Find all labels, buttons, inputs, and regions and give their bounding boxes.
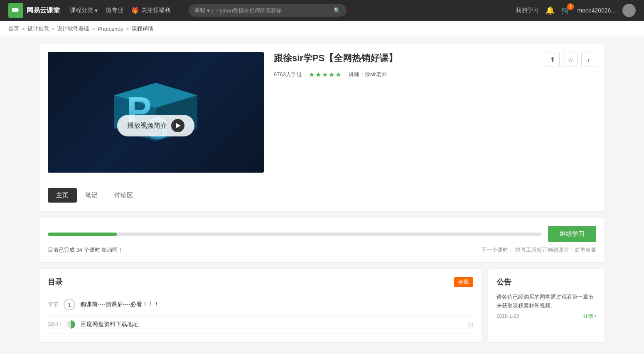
nav-item-courses[interactable]: 课程分类 ▾ xyxy=(70,7,98,14)
lower-section: 目录 连载 章节 1 购课前----购课后----必看！！！ 课时1 百度网盘资… xyxy=(39,269,605,342)
tab-home[interactable]: 主页 xyxy=(48,188,77,203)
ps-logo-svg: P S xyxy=(102,62,210,153)
announcement-section: 公告 请各位已经购买的同学通过观看第一章节来获取课程素材和视频。 2018-1-… xyxy=(488,269,605,342)
chapter-row: 章节 1 购课前----购课后----必看！！！ xyxy=(48,294,473,316)
breadcrumb-photoshop[interactable]: Photoshop xyxy=(98,26,123,32)
catalog-header: 目录 连载 xyxy=(48,277,473,287)
my-learning-link[interactable]: 我的学习 xyxy=(516,7,539,14)
breadcrumb-sep-2: > xyxy=(52,26,55,32)
rating-stars: ★★★★★ xyxy=(309,71,342,79)
play-button-text: 播放视频简介 xyxy=(127,121,167,130)
lesson-label: 课时1 xyxy=(48,321,61,328)
main-content: P S xyxy=(31,37,613,349)
search-icon[interactable]: 🔍 xyxy=(334,7,341,14)
favorite-button[interactable]: ☆ xyxy=(563,52,578,67)
breadcrumb-sep-1: > xyxy=(22,26,25,32)
course-card: P S xyxy=(39,44,605,211)
next-lesson-prefix: 下一个课时： xyxy=(481,247,514,253)
info-icon: i xyxy=(588,57,590,63)
chapter-label: 章节 xyxy=(48,301,59,308)
info-button[interactable]: i xyxy=(581,52,596,67)
play-triangle xyxy=(176,123,181,128)
announcement-date: 2018-1-25 xyxy=(497,313,519,319)
progress-section: 继续学习 目前已完成 34 个课时 加油啊！ 下一个课时： 拉直工具矫正倾斜照片… xyxy=(39,218,605,262)
tab-notes[interactable]: 笔记 xyxy=(77,188,106,203)
svg-marker-1 xyxy=(17,8,20,12)
next-lesson-link[interactable]: 拉直工具矫正倾斜照片：简单粗暴 xyxy=(515,247,596,253)
chapter-title: 购课前----购课后----必看！！！ xyxy=(80,301,160,308)
logo-icon xyxy=(8,3,23,18)
bookmark-icon[interactable]: ⊟ xyxy=(468,321,473,329)
announcement-text: 请各位已经购买的同学通过观看第一章节来获取课程素材和视频。 xyxy=(497,293,596,310)
lesson-progress-icon xyxy=(66,320,76,329)
catalog-section: 目录 连载 章节 1 购课前----购课后----必看！！！ 课时1 百度网盘资… xyxy=(39,269,482,342)
search-bar: 课程 ▾ | 🔍 xyxy=(189,4,347,17)
course-actions: ⬆ ☆ i xyxy=(545,52,596,67)
chevron-down-icon: ▾ xyxy=(95,7,98,14)
completed-count: 34 xyxy=(76,247,82,253)
play-circle-icon xyxy=(171,119,184,132)
course-info: ⬆ ☆ i 跟徐sir学PS【全网热销好课】 6763人学过 ★★★★★ 讲师：… xyxy=(274,52,596,173)
course-meta: 6763人学过 ★★★★★ 讲师：徐sir老师 xyxy=(274,71,596,79)
header: 网易云课堂 课程分类 ▾ 微专业 🎁 关注领福利 课程 ▾ | 🔍 我的学习 🔔… xyxy=(0,0,644,21)
lesson-title[interactable]: 百度网盘资料下载地址 xyxy=(81,321,463,328)
half-circle-icon xyxy=(67,320,75,329)
progress-status: 目前已完成 34 个课时 加油啊！ xyxy=(48,246,123,254)
avatar[interactable] xyxy=(622,4,636,17)
header-nav: 课程分类 ▾ 微专业 🎁 关注领福利 xyxy=(70,7,170,14)
search-input[interactable] xyxy=(216,7,330,14)
announcement-item: 请各位已经购买的同学通过观看第一章节来获取课程素材和视频。 2018-1-25 … xyxy=(497,293,596,325)
breadcrumb-home[interactable]: 首页 xyxy=(8,25,19,32)
header-right: 我的学习 🔔 🛒 1 mooc420026... xyxy=(516,4,636,17)
breadcrumb: 首页 > 设计创意 > 设计软件基础 > Photoshop > 课程详情 xyxy=(0,21,644,37)
progress-bar-fill xyxy=(48,233,117,236)
breadcrumb-sep-4: > xyxy=(126,26,129,32)
next-lesson: 下一个课时： 拉直工具矫正倾斜照片：简单粗暴 xyxy=(481,246,596,254)
nav-item-micro[interactable]: 微专业 xyxy=(106,7,123,14)
serial-badge: 连载 xyxy=(454,277,473,287)
progress-info: 目前已完成 34 个课时 加油啊！ 下一个课时： 拉直工具矫正倾斜照片：简单粗暴 xyxy=(48,246,596,254)
share-button[interactable]: ⬆ xyxy=(545,52,560,67)
progress-bar-container xyxy=(48,233,541,236)
breadcrumb-current: 课程详情 xyxy=(132,25,153,32)
share-icon: ⬆ xyxy=(550,56,555,64)
cart-badge-count: 1 xyxy=(567,3,574,10)
progress-unit: 个课时 xyxy=(84,247,100,253)
search-prefix-arrow: ▾ xyxy=(207,7,210,14)
cart-icon[interactable]: 🛒 1 xyxy=(561,6,570,15)
course-thumbnail[interactable]: P S xyxy=(48,52,264,173)
course-tabs: 主页 笔记 讨论区 xyxy=(48,181,596,203)
course-top: P S xyxy=(48,52,596,173)
student-count: 6763人学过 xyxy=(274,71,302,78)
chapter-number: 1 xyxy=(64,299,75,310)
progress-prefix: 目前已完成 xyxy=(48,247,76,253)
breadcrumb-design[interactable]: 设计创意 xyxy=(27,25,49,32)
announcement-more-link[interactable]: 详情> xyxy=(583,313,596,320)
breadcrumb-software[interactable]: 设计软件基础 xyxy=(57,25,89,32)
notification-icon[interactable]: 🔔 xyxy=(546,6,555,15)
lesson-row: 课时1 百度网盘资料下载地址 ⊟ xyxy=(48,316,473,334)
announcement-title: 公告 xyxy=(497,277,596,287)
encouragement-text: 加油啊！ xyxy=(101,247,123,253)
logo[interactable]: 网易云课堂 xyxy=(8,3,60,18)
instructor-text: 讲师：徐sir老师 xyxy=(349,71,387,78)
logo-text: 网易云课堂 xyxy=(27,6,60,15)
nav-item-welfare[interactable]: 🎁 关注领福利 xyxy=(132,7,170,14)
tab-discussion[interactable]: 讨论区 xyxy=(106,188,141,203)
play-button[interactable]: 播放视频简介 xyxy=(117,115,194,136)
continue-button[interactable]: 继续学习 xyxy=(548,226,596,242)
star-icon: ☆ xyxy=(568,56,573,64)
progress-row: 继续学习 xyxy=(48,226,596,242)
search-prefix[interactable]: 课程 ▾ | xyxy=(194,7,213,14)
catalog-title: 目录 xyxy=(48,277,63,287)
gift-icon: 🎁 xyxy=(132,7,139,14)
breadcrumb-sep-3: > xyxy=(92,26,95,32)
thumbnail-bg: P S xyxy=(48,52,264,173)
username-text[interactable]: mooc420026... xyxy=(577,7,616,14)
announcement-footer: 2018-1-25 详情> xyxy=(497,313,596,320)
